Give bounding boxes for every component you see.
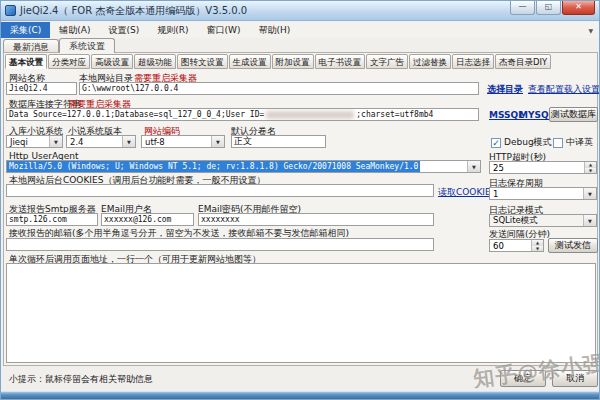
- translate-checkbox[interactable]: 中译英: [553, 136, 593, 149]
- tab-latest-news[interactable]: 最新消息: [3, 39, 59, 53]
- smtp-input[interactable]: [6, 213, 98, 226]
- menu-bar: 采集(C) 辅助(A) 设置(S) 规则(R) 窗口(W) 帮助(H) ▼: [1, 22, 599, 38]
- test-send-button[interactable]: 测试发信: [548, 238, 598, 253]
- menu-assist[interactable]: 辅助(A): [50, 22, 99, 38]
- chevron-down-icon: ▼: [211, 136, 224, 147]
- chevron-down-icon: ▼: [583, 215, 596, 226]
- novel-system-value: Jieqi: [10, 137, 28, 147]
- menu-rules[interactable]: 规则(R): [148, 22, 197, 38]
- volume-input[interactable]: [231, 135, 326, 148]
- subtab-advanced[interactable]: 高级设置: [91, 54, 133, 69]
- subtab-generate[interactable]: 生成设置: [229, 54, 271, 69]
- cancel-button[interactable]: 取消: [552, 370, 598, 387]
- test-db-button[interactable]: 测试数据库: [549, 107, 598, 122]
- email-pwd-input[interactable]: [198, 213, 434, 226]
- useragent-combobox[interactable]: Mozilla/5.0 (Windows; U; Windows NT 5.1;…: [6, 160, 481, 173]
- subtab-basic[interactable]: 基本设置: [5, 54, 47, 69]
- system-version-select[interactable]: 2.4 ▼: [66, 135, 136, 148]
- receive-mailbox-input[interactable]: [6, 238, 434, 251]
- send-interval-value: 60: [493, 241, 504, 251]
- encoding-select[interactable]: utf-8 ▼: [141, 135, 225, 148]
- log-mode-value: SQLite模式: [493, 215, 538, 227]
- checkbox-unchecked-icon: [553, 138, 563, 148]
- menu-window[interactable]: 窗口(W): [198, 22, 250, 38]
- menu-collect[interactable]: 采集(C): [1, 22, 50, 38]
- chevron-down-icon: ▼: [583, 188, 596, 199]
- subtab-category-map[interactable]: 分类对应: [48, 54, 90, 69]
- encoding-value: utf-8: [145, 137, 165, 147]
- translate-label: 中译英: [566, 136, 593, 149]
- choose-dir-link[interactable]: 选择目录: [487, 83, 523, 96]
- subtab-text-ads[interactable]: 文字广告: [366, 54, 408, 69]
- app-icon: [5, 5, 16, 16]
- subtab-log-select[interactable]: 日志选择: [452, 54, 494, 69]
- db-connection-prefix: Data Source=127.0.0.1;Database=sql_127_0…: [9, 110, 264, 119]
- menu-help[interactable]: 帮助(H): [249, 22, 299, 38]
- window-controls: — ◱ ✕: [510, 1, 595, 15]
- menu-settings[interactable]: 设置(S): [100, 22, 149, 38]
- subtab-ebook[interactable]: 电子书设置: [315, 54, 366, 69]
- maximize-icon[interactable]: ◱: [536, 1, 561, 15]
- subtab-extra[interactable]: 附加设置: [272, 54, 314, 69]
- site-dir-input[interactable]: [79, 82, 479, 95]
- chevron-down-icon: ▼: [49, 136, 62, 147]
- menu-overflow-chevron-icon[interactable]: ▼: [588, 27, 593, 34]
- tab-system-settings[interactable]: 系统设置: [59, 38, 115, 53]
- system-version-value: 2.4: [70, 137, 84, 147]
- log-mode-select[interactable]: SQLite模式 ▼: [489, 214, 597, 227]
- minimize-icon[interactable]: —: [510, 1, 535, 15]
- close-icon[interactable]: ✕: [562, 1, 595, 15]
- subtab-super-functions[interactable]: 超级功能: [134, 54, 176, 69]
- log-period-value: 1: [493, 189, 498, 199]
- arrow-down-icon[interactable]: ▼: [585, 168, 596, 174]
- http-timeout-stepper[interactable]: 25 ▲▼: [489, 161, 597, 174]
- db-connection-suffix: ;charset=utf8mb4: [356, 110, 433, 119]
- window-bottom-border: [1, 391, 599, 399]
- site-name-input[interactable]: [6, 82, 77, 95]
- useragent-value: Mozilla/5.0 (Windows; U; Windows NT 5.1;…: [7, 161, 420, 172]
- cookies-input[interactable]: [6, 184, 434, 197]
- checkbox-checked-icon: ✓: [491, 138, 501, 148]
- app-window: JieQi2.4（ FOR 杰奇全版本通用编码版）V3.5.0.0 — ◱ ✕ …: [0, 0, 600, 400]
- ok-button[interactable]: 确定: [500, 370, 546, 387]
- email-user-input[interactable]: [101, 213, 194, 226]
- read-cookies-link[interactable]: 读取COOKIES: [438, 186, 496, 199]
- sub-tab-bar: 基本设置 分类对应 高级设置 超级功能 图转文设置 生成设置 附加设置 电子书设…: [5, 54, 552, 69]
- stepper-arrows: ▲▼: [584, 162, 596, 173]
- chevron-down-icon: ▼: [122, 136, 135, 147]
- stepper-arrows: ▲▼: [531, 240, 543, 251]
- main-tab-bar: 最新消息 系统设置: [3, 38, 115, 53]
- subtab-img-to-text[interactable]: 图转文设置: [177, 54, 228, 69]
- window-title: JieQi2.4（ FOR 杰奇全版本通用编码版）V3.5.0.0: [20, 4, 247, 18]
- novel-system-select[interactable]: Jieqi ▼: [6, 135, 63, 148]
- http-timeout-value: 25: [493, 163, 504, 173]
- subtab-filter-replace[interactable]: 过滤替换: [409, 54, 451, 69]
- view-config-link[interactable]: 查看配置: [528, 83, 564, 96]
- arrow-down-icon[interactable]: ▼: [532, 246, 543, 252]
- debug-mode-checkbox[interactable]: ✓ Debug模式: [491, 136, 552, 149]
- subtab-jieqi-dir-diy[interactable]: 杰奇目录DIY: [495, 54, 551, 69]
- log-period-select[interactable]: 1 ▼: [489, 187, 597, 200]
- debug-mode-label: Debug模式: [504, 136, 552, 149]
- chevron-down-icon: ▼: [467, 161, 480, 172]
- send-interval-stepper[interactable]: 60 ▲▼: [489, 239, 544, 252]
- callback-urls-textarea[interactable]: [6, 263, 596, 363]
- status-hint: 小提示：鼠标停留会有相关帮助信息: [9, 373, 153, 386]
- db-connection-input[interactable]: Data Source=127.0.0.1;Database=sql_127_0…: [6, 108, 479, 121]
- load-settings-link[interactable]: 载入设置: [564, 83, 600, 96]
- redacted-credentials: [266, 111, 354, 119]
